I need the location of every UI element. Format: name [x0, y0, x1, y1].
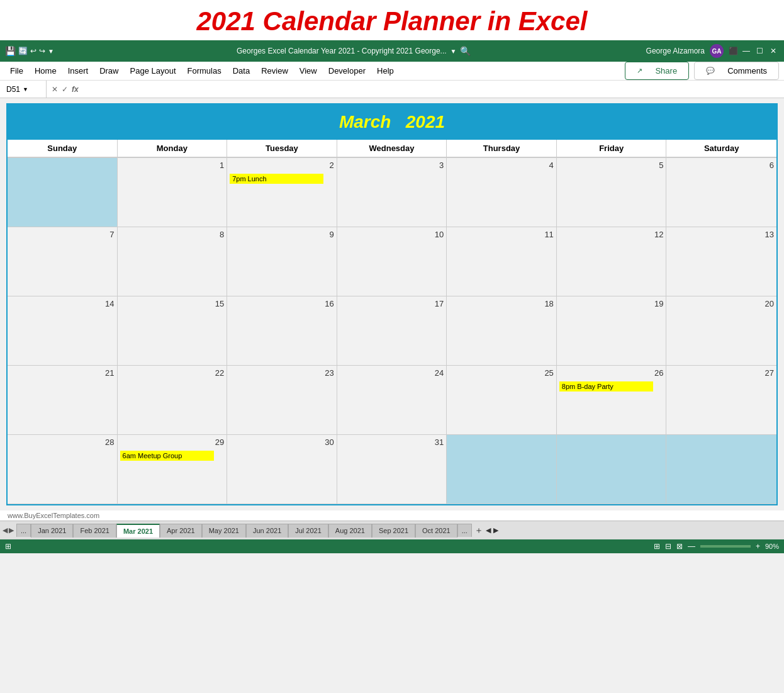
autosave-icon[interactable]: 🔄 [18, 47, 28, 55]
formula-cancel-icon[interactable]: ✕ [52, 85, 58, 94]
calendar-cell[interactable]: 21 [8, 366, 118, 435]
restore-icon[interactable]: ⬛ [729, 47, 737, 55]
menu-developer[interactable]: Developer [323, 64, 371, 77]
calendar-cell[interactable] [557, 435, 667, 504]
sheet-tab-aug-2021[interactable]: Aug 2021 [328, 524, 372, 538]
comments-button[interactable]: 💬 Comments [694, 62, 779, 80]
redo-icon[interactable]: ↪ [39, 47, 45, 55]
calendar-cell[interactable] [8, 158, 118, 227]
sheet-tab-mar-2021[interactable]: Mar 2021 [116, 524, 160, 538]
calendar-month-label: March [339, 112, 391, 132]
calendar-cell[interactable]: 10 [337, 227, 447, 296]
cell-reference-box[interactable]: D51 ▼ [3, 81, 47, 98]
close-icon[interactable]: ✕ [770, 47, 779, 55]
undo-icon[interactable]: ↩ [30, 47, 36, 55]
sheet-tab-apr-2021[interactable]: Apr 2021 [160, 524, 202, 538]
add-sheet-icon[interactable]: ＋ [474, 525, 483, 536]
dropdown-icon[interactable]: ▼ [48, 48, 54, 55]
calendar-cell[interactable] [666, 435, 776, 504]
calendar-cell[interactable]: 9 [227, 227, 337, 296]
share-button[interactable]: ↗ Share [625, 62, 689, 80]
tab-next-icon[interactable]: ▶ [9, 526, 14, 534]
normal-view-icon[interactable]: ⊞ [654, 542, 660, 551]
calendar-cell[interactable]: 27pm Lunch [227, 158, 337, 227]
statusbar-right: ⊞ ⊟ ⊠ — + 90% [654, 542, 779, 551]
sheet-tabs-container: ◀ ▶ ... Jan 2021Feb 2021Mar 2021Apr 2021… [0, 521, 784, 539]
calendar-cell[interactable]: 13 [666, 227, 776, 296]
calendar-cell[interactable]: 24 [337, 366, 447, 435]
sheet-tab-jul-2021[interactable]: Jul 2021 [288, 524, 328, 538]
calendar-cell[interactable]: 22 [118, 366, 228, 435]
save-icon[interactable]: 💾 [5, 46, 16, 56]
menu-view[interactable]: View [294, 64, 322, 77]
formula-confirm-icon[interactable]: ✓ [62, 85, 68, 94]
zoom-in-icon[interactable]: + [756, 542, 760, 551]
calendar-cell[interactable]: 12 [557, 227, 667, 296]
calendar-cell[interactable]: 23 [227, 366, 337, 435]
sheet-tab-oct-2021[interactable]: Oct 2021 [415, 524, 457, 538]
title-dropdown-icon[interactable]: ▼ [451, 48, 457, 55]
menu-formulas[interactable]: Formulas [182, 64, 227, 77]
minimize-icon[interactable]: — [742, 47, 751, 55]
menu-home[interactable]: Home [30, 64, 62, 77]
scroll-right-icon[interactable]: ▶ [493, 526, 498, 534]
scroll-left-icon[interactable]: ◀ [486, 526, 491, 534]
cell-date: 7 [10, 230, 115, 239]
menu-draw[interactable]: Draw [94, 64, 123, 77]
sheet-tab-may-2021[interactable]: May 2021 [202, 524, 246, 538]
formula-function-icon[interactable]: fx [72, 85, 79, 94]
calendar-cell[interactable]: 7 [8, 227, 118, 296]
menu-insert[interactable]: Insert [63, 64, 94, 77]
event-badge[interactable]: 6am Meetup Group [120, 451, 214, 461]
menu-data[interactable]: Data [228, 64, 255, 77]
calendar-cell[interactable]: 18 [447, 296, 557, 366]
menu-review[interactable]: Review [256, 64, 293, 77]
calendar-cell[interactable]: 8 [118, 227, 228, 296]
calendar-cell[interactable]: 25 [447, 366, 557, 435]
menu-help[interactable]: Help [372, 64, 399, 77]
sheet-tab-sep-2021[interactable]: Sep 2021 [372, 524, 415, 538]
calendar-cell[interactable]: 17 [337, 296, 447, 366]
calendar-cell[interactable]: 268pm B-day Party [557, 366, 667, 435]
calendar-cell[interactable]: 5 [557, 158, 667, 227]
calendar-cell[interactable]: 15 [118, 296, 228, 366]
cell-date: 30 [230, 437, 334, 447]
calendar-cell[interactable]: 14 [8, 296, 118, 366]
calendar-cell[interactable]: 31 [337, 435, 447, 504]
zoom-out-icon[interactable]: — [688, 542, 695, 551]
menu-page-layout[interactable]: Page Layout [125, 64, 181, 77]
calendar-cell[interactable]: 19 [557, 296, 667, 366]
day-saturday: Saturday [666, 140, 776, 157]
calendar-cell[interactable]: 4 [447, 158, 557, 227]
sheet-tab-ellipsis-left[interactable]: ... [16, 524, 31, 537]
page-layout-icon[interactable]: ⊟ [665, 542, 671, 551]
calendar-cell[interactable]: 3 [337, 158, 447, 227]
calendar-cell[interactable]: 20 [666, 296, 776, 366]
tab-prev-icon[interactable]: ◀ [3, 526, 8, 534]
cell-ref-dropdown[interactable]: ▼ [23, 86, 28, 93]
calendar-cell[interactable]: 30 [227, 435, 337, 504]
sheet-tab-jan-2021[interactable]: Jan 2021 [31, 524, 73, 538]
calendar-cell[interactable]: 1 [118, 158, 228, 227]
sheet-tab-ellipsis-right[interactable]: ... [457, 524, 472, 537]
cell-date: 20 [669, 299, 774, 308]
calendar-cell[interactable]: 28 [8, 435, 118, 504]
user-avatar: GA [710, 44, 724, 58]
calendar-cell[interactable]: 6 [666, 158, 776, 227]
event-badge[interactable]: 8pm B-day Party [559, 381, 653, 392]
calendar-cell[interactable]: 16 [227, 296, 337, 366]
event-badge[interactable]: 7pm Lunch [230, 174, 323, 184]
menu-file[interactable]: File [5, 64, 28, 77]
maximize-icon[interactable]: ☐ [756, 47, 765, 55]
calendar-cell[interactable] [447, 435, 557, 504]
zoom-slider[interactable] [700, 545, 751, 548]
sheet-tab-jun-2021[interactable]: Jun 2021 [246, 524, 288, 538]
calendar-cell[interactable]: 11 [447, 227, 557, 296]
page-break-icon[interactable]: ⊠ [676, 542, 683, 551]
search-icon[interactable]: 🔍 [460, 46, 471, 56]
cell-date: 1 [120, 161, 225, 170]
calendar-days-header: Sunday Monday Tuesday Wednesday Thursday… [8, 140, 776, 158]
sheet-tab-feb-2021[interactable]: Feb 2021 [73, 524, 116, 538]
calendar-cell[interactable]: 296am Meetup Group [118, 435, 228, 504]
calendar-cell[interactable]: 27 [666, 366, 776, 435]
